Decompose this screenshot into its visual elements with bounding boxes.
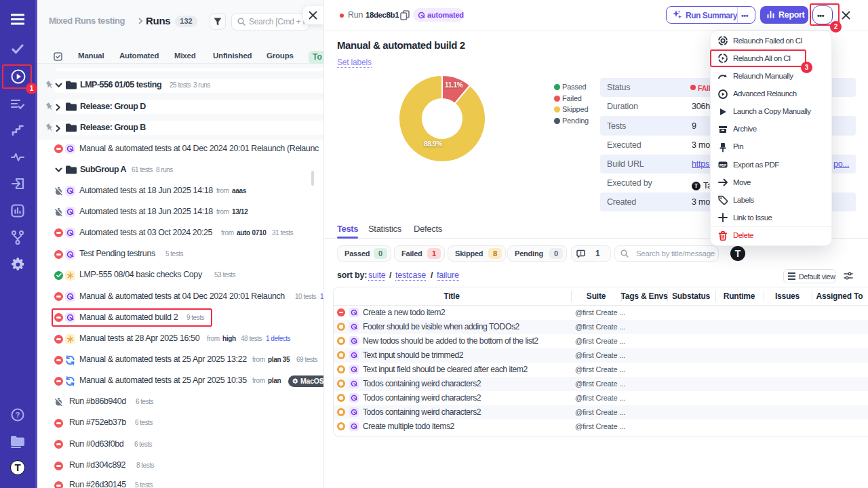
svg-text:PDF: PDF xyxy=(719,163,726,167)
